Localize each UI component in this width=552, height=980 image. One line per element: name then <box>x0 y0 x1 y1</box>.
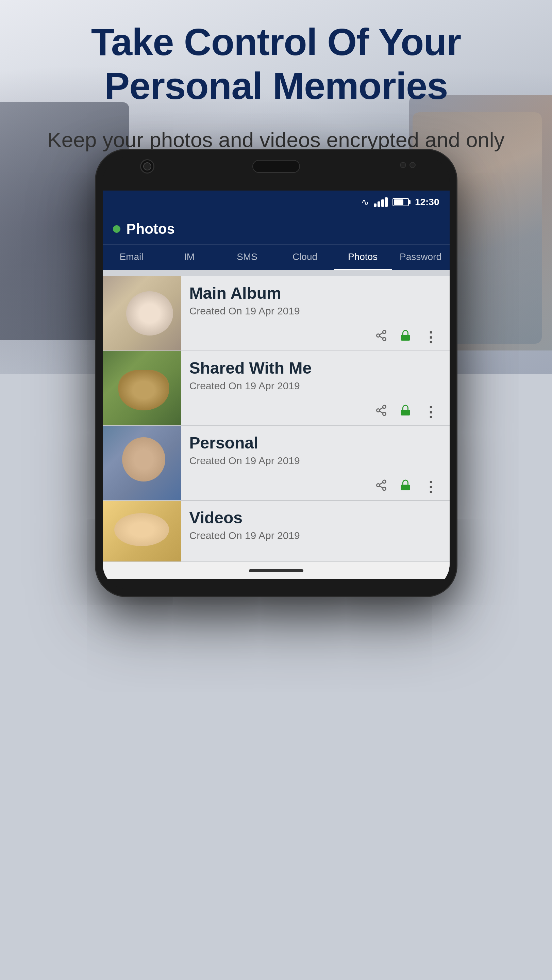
thumbnail-man-image <box>103 426 181 500</box>
front-camera <box>140 159 154 173</box>
svg-point-2 <box>382 337 386 340</box>
thumbnail-dog-image <box>103 351 181 425</box>
phone-outer-shell: ∿ 12:30 <box>96 150 457 596</box>
svg-point-11 <box>376 484 379 487</box>
album-date-videos: Created On 19 Apr 2019 <box>189 530 441 541</box>
status-bar: ∿ 12:30 <box>103 191 450 214</box>
album-name-personal: Personal <box>189 434 441 452</box>
album-item-personal[interactable]: Personal Created On 19 Apr 2019 <box>103 426 450 501</box>
status-icons: ∿ <box>361 197 409 208</box>
tab-navigation[interactable]: Email IM SMS Cloud Photos Pass <box>103 244 450 270</box>
album-name-videos: Videos <box>189 508 441 527</box>
albums-divider <box>103 270 450 276</box>
album-list: Main Album Created On 19 Apr 2019 <box>103 276 450 562</box>
album-info-personal: Personal Created On 19 Apr 2019 <box>181 426 450 500</box>
phone-screen: ∿ 12:30 <box>103 191 450 579</box>
tab-cloud[interactable]: Cloud <box>276 245 334 270</box>
tab-sms[interactable]: SMS <box>218 245 276 270</box>
svg-line-9 <box>379 408 382 410</box>
album-name-shared: Shared With Me <box>189 359 441 377</box>
thumbnail-kids-image <box>103 501 181 562</box>
svg-point-7 <box>382 412 386 415</box>
lock-icon-shared[interactable] <box>399 404 412 420</box>
album-date-shared: Created On 19 Apr 2019 <box>189 380 441 392</box>
album-info-shared: Shared With Me Created On 19 Apr 2019 <box>181 351 450 425</box>
tab-photos[interactable]: Photos <box>334 245 392 270</box>
svg-line-14 <box>379 482 382 485</box>
signal-bar-2 <box>378 202 380 207</box>
album-actions-shared: ⋮ <box>189 404 441 420</box>
share-icon-personal[interactable] <box>375 479 387 495</box>
tab-im[interactable]: IM <box>160 245 218 270</box>
album-actions-personal: ⋮ <box>189 479 441 495</box>
sensor-cluster <box>400 162 416 168</box>
signal-bar-4 <box>385 197 388 207</box>
signal-bar-1 <box>374 204 376 207</box>
svg-line-3 <box>379 336 382 338</box>
signal-icon <box>374 197 388 207</box>
phone-bottom-bar <box>103 562 450 579</box>
svg-line-4 <box>379 333 382 335</box>
more-icon-personal[interactable]: ⋮ <box>424 479 438 495</box>
thumbnail-woman-image <box>103 276 181 350</box>
tab-password[interactable]: Password <box>392 245 450 270</box>
battery-fill <box>394 199 403 205</box>
album-item-main[interactable]: Main Album Created On 19 Apr 2019 <box>103 276 450 351</box>
album-info-main: Main Album Created On 19 Apr 2019 <box>181 276 450 350</box>
sensor-dot-2 <box>409 162 416 168</box>
phone-mockup: ∿ 12:30 <box>96 150 457 596</box>
svg-point-0 <box>382 331 386 334</box>
hero-title: Take Control Of Your Personal Memories <box>27 21 525 108</box>
album-thumbnail-videos <box>103 501 181 562</box>
phone-screen-area: ∿ 12:30 <box>103 156 450 589</box>
album-item-shared[interactable]: Shared With Me Created On 19 Apr 2019 <box>103 351 450 426</box>
signal-bar-3 <box>381 199 384 207</box>
wifi-icon: ∿ <box>361 197 369 208</box>
svg-line-13 <box>379 486 382 488</box>
tab-email[interactable]: Email <box>103 245 160 270</box>
album-actions-main: ⋮ <box>189 329 441 345</box>
lock-icon-personal[interactable] <box>399 479 412 495</box>
svg-point-1 <box>376 334 379 337</box>
svg-line-8 <box>379 411 382 413</box>
app-header-title: Photos <box>127 221 175 237</box>
album-thumbnail-main <box>103 276 181 350</box>
more-icon-shared[interactable]: ⋮ <box>424 404 438 420</box>
home-indicator <box>249 569 303 572</box>
status-time: 12:30 <box>415 197 439 208</box>
battery-icon <box>392 198 409 206</box>
share-icon-main[interactable] <box>375 329 387 345</box>
album-name-main: Main Album <box>189 284 441 302</box>
album-info-videos: Videos Created On 19 Apr 2019 <box>181 501 450 562</box>
svg-point-6 <box>376 409 379 412</box>
album-date-personal: Created On 19 Apr 2019 <box>189 455 441 466</box>
svg-point-10 <box>382 480 386 483</box>
app-header: Photos <box>103 214 450 244</box>
lock-icon-main[interactable] <box>399 329 412 345</box>
online-status-dot <box>113 225 121 233</box>
svg-point-5 <box>382 405 386 408</box>
svg-point-12 <box>382 487 386 490</box>
album-date-main: Created On 19 Apr 2019 <box>189 305 441 317</box>
album-item-videos[interactable]: Videos Created On 19 Apr 2019 <box>103 501 450 562</box>
share-icon-shared[interactable] <box>375 404 387 420</box>
album-thumbnail-personal <box>103 426 181 500</box>
album-thumbnail-shared <box>103 351 181 425</box>
earpiece-speaker <box>252 160 300 173</box>
sensor-dot-1 <box>400 162 406 168</box>
more-icon-main[interactable]: ⋮ <box>424 329 438 345</box>
